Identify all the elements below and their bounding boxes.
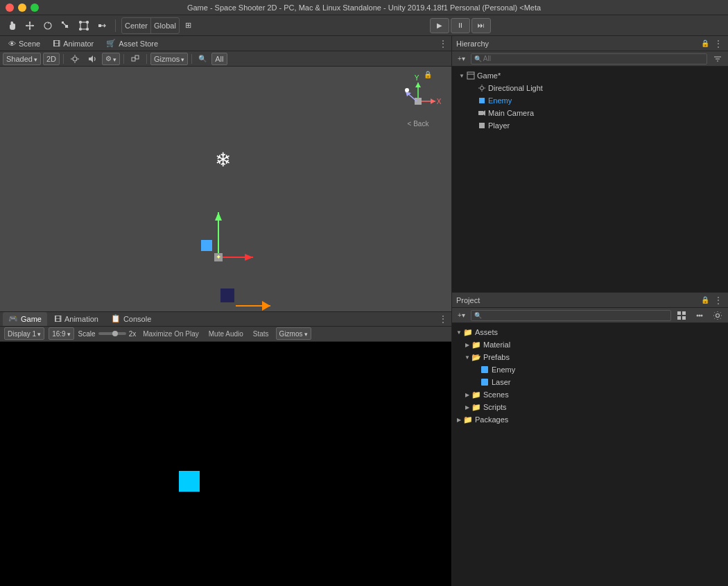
scene-tabs: 👁 Scene 🎞 Animator 🛒 Asset Store ⋮: [0, 36, 451, 51]
scale-slider[interactable]: [98, 332, 126, 335]
tab-asset-store[interactable]: 🛒 Asset Store: [101, 37, 164, 51]
hierarchy-lock[interactable]: 🔒: [700, 39, 710, 49]
stats-button[interactable]: Stats: [250, 329, 272, 339]
search-icon-project: 🔍: [474, 312, 482, 319]
all-dropdown[interactable]: All: [211, 53, 227, 65]
rect-tool[interactable]: [76, 18, 92, 33]
project-assets-label: Assets: [475, 328, 498, 336]
hierarchy-item-game[interactable]: ▼ Game*: [452, 69, 728, 82]
display-dropdown[interactable]: Display 1: [4, 327, 44, 340]
project-item-laser-prefab[interactable]: Laser: [452, 376, 728, 388]
mute-audio-button[interactable]: Mute Audio: [206, 329, 246, 339]
main-area: 👁 Scene 🎞 Animator 🛒 Asset Store ⋮ Shade…: [0, 36, 728, 586]
scene-object-enemy: [220, 288, 234, 302]
rotate-tool[interactable]: [40, 18, 55, 33]
animator-tab-label: Animator: [63, 40, 94, 48]
scene-tabs-menu[interactable]: ⋮: [437, 38, 449, 49]
project-item-scripts[interactable]: ▶ 📁 Scripts: [452, 401, 728, 413]
hierarchy-item-enemy[interactable]: Enemy: [452, 94, 728, 107]
transform-tool[interactable]: [94, 18, 110, 33]
project-view-btn[interactable]: [674, 309, 689, 322]
project-item-material[interactable]: ▶ 📁 Material: [452, 338, 728, 351]
project-sort-btn2[interactable]: [692, 309, 707, 322]
project-scenes-label: Scenes: [483, 390, 509, 399]
title-bar: Game - Space Shooter 2D - PC, Mac & Linu…: [0, 0, 728, 15]
tab-game[interactable]: 🎮 Game: [3, 312, 47, 326]
audio-btn[interactable]: [85, 53, 100, 65]
window-title: Game - Space Shooter 2D - PC, Mac & Linu…: [187, 3, 541, 12]
animation-tab-icon: 🎞: [54, 315, 62, 323]
scale-tool[interactable]: [58, 18, 73, 33]
hierarchy-game-label: Game*: [477, 71, 501, 80]
shaded-dropdown[interactable]: Shaded: [3, 53, 41, 65]
project-item-scenes[interactable]: ▶ 📁 Scenes: [452, 388, 728, 401]
scene-viewport[interactable]: 🔒 Y X: [0, 67, 451, 311]
hierarchy-search-input[interactable]: [483, 55, 704, 62]
fx-btn[interactable]: ⚙: [102, 53, 120, 65]
console-tab-icon: 📋: [111, 314, 121, 323]
svg-rect-15: [132, 58, 135, 61]
aspect-chevron: [67, 330, 71, 338]
close-button[interactable]: [6, 3, 14, 12]
gizmos-dropdown[interactable]: Gizmos: [150, 53, 188, 65]
scenes-folder-icon: 📁: [471, 390, 481, 399]
hierarchy-player-label: Player: [488, 121, 510, 130]
hand-tool[interactable]: [4, 18, 19, 33]
play-button[interactable]: ▶: [430, 18, 449, 33]
project-item-assets[interactable]: ▼ 📁 Assets: [452, 326, 728, 338]
hierarchy-item-player[interactable]: Player: [452, 119, 728, 132]
project-menu[interactable]: ⋮: [713, 295, 724, 306]
pivot-icon[interactable]: ⊞: [182, 18, 194, 33]
center-button[interactable]: Center: [122, 18, 151, 33]
svg-point-51: [699, 314, 701, 316]
project-scripts-label: Scripts: [483, 403, 507, 411]
step-button[interactable]: ⏭: [471, 18, 491, 33]
search-icon-scene[interactable]: 🔍: [196, 53, 209, 65]
2d-button[interactable]: 2D: [43, 53, 60, 65]
tab-animation[interactable]: 🎞 Animation: [49, 312, 104, 326]
game-tabs-menu[interactable]: ⋮: [437, 313, 449, 325]
project-item-packages[interactable]: ▶ 📁 Packages: [452, 413, 728, 426]
project-add-btn[interactable]: +▾: [455, 309, 468, 322]
hierarchy-item-main-camera[interactable]: Main Camera: [452, 107, 728, 119]
maximize-on-play-button[interactable]: Maximize On Play: [140, 329, 202, 339]
pause-button[interactable]: ⏸: [451, 18, 470, 33]
svg-point-6: [87, 21, 89, 23]
scene-object-cloud: ❄: [215, 148, 231, 171]
svg-marker-34: [262, 301, 270, 311]
hierarchy-add-btn[interactable]: +▾: [455, 53, 468, 65]
hierarchy-sort-btn[interactable]: [710, 53, 725, 65]
tab-console[interactable]: 📋 Console: [105, 312, 157, 326]
svg-rect-3: [62, 21, 64, 24]
project-item-prefabs[interactable]: ▼ 📂 Prefabs: [452, 351, 728, 363]
project-search-input[interactable]: [483, 311, 668, 319]
move-tool[interactable]: [22, 18, 37, 33]
svg-rect-47: [682, 311, 686, 315]
aspect-dropdown[interactable]: 16:9: [49, 327, 73, 340]
gizmos-game-dropdown[interactable]: Gizmos: [276, 327, 311, 340]
hierarchy-search[interactable]: 🔍: [471, 53, 707, 64]
search-icon-hierarchy: 🔍: [474, 55, 482, 62]
maximize-button[interactable]: [31, 3, 39, 12]
center-global-toggle: Center Global: [121, 17, 180, 34]
minimize-button[interactable]: [18, 3, 26, 12]
project-lock[interactable]: 🔒: [700, 295, 710, 305]
scene-objects: ❄ ✦: [0, 67, 451, 311]
tab-animator[interactable]: 🎞 Animator: [47, 37, 99, 51]
direction-arrow: [236, 295, 284, 311]
lighting-btn[interactable]: [67, 53, 83, 65]
project-settings-btn[interactable]: [710, 309, 725, 322]
project-item-enemy-prefab[interactable]: Enemy: [452, 363, 728, 376]
hierarchy-menu[interactable]: ⋮: [713, 38, 724, 49]
tab-scene[interactable]: 👁 Scene: [3, 37, 46, 51]
svg-marker-28: [215, 212, 222, 221]
hidden-btn[interactable]: [128, 53, 143, 65]
right-panel: Hierarchy 🔒 ⋮ +▾ 🔍 ▼: [452, 36, 728, 586]
hierarchy-title: Hierarchy: [456, 40, 489, 48]
svg-point-8: [87, 28, 89, 30]
hierarchy-item-directional-light[interactable]: Directional Light: [452, 82, 728, 94]
scene-toolbar: Shaded 2D ⚙: [0, 51, 451, 67]
game-viewport[interactable]: [0, 342, 451, 587]
project-search[interactable]: 🔍: [471, 310, 671, 321]
global-button[interactable]: Global: [151, 18, 179, 33]
